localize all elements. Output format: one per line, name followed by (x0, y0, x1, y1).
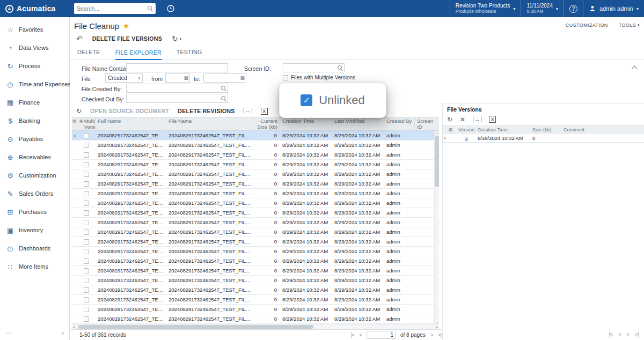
grid-settings-icon[interactable]: ▤ (72, 117, 77, 130)
col-multiple-version[interactable]: ▣Multiple Version (77, 117, 96, 130)
sidebar-item-banking[interactable]: $ Banking (0, 112, 69, 130)
sidebar-item-data-views[interactable]: ◔ Data Views (0, 39, 69, 57)
table-row[interactable]: 202408291732462547_TEST_FILE54 202408291… (72, 285, 439, 295)
favorite-star-icon[interactable]: ★ (123, 22, 129, 30)
row-checkbox[interactable] (84, 268, 89, 274)
prev-page-icon[interactable]: < (618, 331, 621, 337)
next-page-icon[interactable]: > (627, 331, 630, 337)
sidebar-item-payables[interactable]: ⊖ Payables (0, 130, 69, 148)
delete-version-icon[interactable]: ✕ (460, 116, 465, 123)
table-row[interactable]: 202408291732462547_TEST_FILE35 202408291… (72, 189, 439, 198)
delete-file-versions-button[interactable]: DELETE FILE VERSIONS (92, 35, 162, 42)
row-checkbox[interactable] (84, 258, 89, 264)
fit-width-icon[interactable]: ↔ (244, 108, 252, 114)
scroll-up-icon[interactable]: ▴ (435, 131, 440, 135)
screen-id-input[interactable] (284, 65, 338, 71)
row-checkbox[interactable] (84, 220, 89, 225)
col-file-name[interactable]: File Name (166, 117, 253, 130)
scroll-right-icon[interactable]: ▸ (436, 324, 438, 330)
sidebar-item-more-items[interactable]: ∷ More Items (0, 257, 69, 276)
table-row[interactable]: 202408291732462547_TEST_FILE3 2024082917… (72, 305, 439, 314)
sidebar-item-purchases[interactable]: ⊞ Purchases (0, 203, 69, 221)
col-creation-time[interactable]: Creation Time (280, 117, 332, 130)
customization-link[interactable]: CUSTOMIZATION (566, 23, 608, 28)
version-row[interactable]: 3 8/29/2024 10:32 AM 0 (443, 134, 644, 143)
version-link[interactable]: 3 (465, 135, 467, 141)
table-row[interactable]: 202408291732462547_TEST_FILE52 202408291… (72, 160, 439, 169)
table-row[interactable]: 202408291732462547_TEST_FILE62 202408291… (72, 218, 439, 227)
open-source-document-button[interactable]: OPEN SOURCE DOCUMENT (90, 108, 169, 114)
table-row[interactable]: 202408291732462547_TEST_FILE44 202408291… (72, 179, 439, 189)
row-checkbox[interactable] (84, 297, 89, 302)
col-created-by[interactable]: Created By (384, 117, 415, 130)
col-version-comment[interactable]: Comment (562, 127, 644, 132)
magnifier-icon[interactable] (338, 65, 343, 71)
sidebar-item-dashboards[interactable]: ◴ Dashboards (0, 239, 69, 257)
table-row[interactable]: 202408291732462547_TEST_FILE20 202408291… (72, 276, 439, 285)
sidebar-item-customization[interactable]: ⚙ Customization (0, 166, 69, 184)
undo-icon[interactable]: ↶ (76, 35, 83, 42)
row-checkbox[interactable] (84, 278, 89, 283)
collapse-filter-icon[interactable] (632, 66, 638, 71)
prev-page-icon[interactable]: < (359, 332, 362, 338)
col-version[interactable]: Version (457, 127, 476, 132)
horizontal-scroll-thumb[interactable] (78, 325, 313, 329)
scroll-left-icon[interactable]: ◂ (73, 324, 75, 330)
tab-delete[interactable]: DELETE (77, 49, 100, 60)
magnifier-icon[interactable] (221, 96, 226, 101)
row-checkbox[interactable] (84, 249, 89, 254)
page-number-input[interactable] (367, 331, 396, 339)
table-row[interactable]: 202408291732462547_TEST_FILE0 2024082917… (72, 237, 439, 247)
business-date-icon[interactable] (162, 0, 179, 17)
table-row[interactable]: 202408291732462547_TEST_FILE24 202408291… (72, 227, 439, 237)
acumatica-logo[interactable]: A Acumatica (0, 4, 70, 13)
table-row[interactable]: 202408291732462547_TEST_FILE98 202408291… (72, 295, 439, 305)
last-page-icon[interactable]: >| (438, 332, 441, 338)
tab-testing[interactable]: TESTING (177, 49, 202, 60)
row-checkbox[interactable] (84, 191, 89, 196)
files-with-multiple-versions-checkbox[interactable]: Files with Multiple Versions (283, 75, 355, 80)
row-checkbox[interactable] (84, 230, 89, 235)
last-page-icon[interactable]: >| (635, 331, 639, 337)
col-current-size[interactable]: Current Size (kb) (253, 117, 280, 130)
vertical-scrollbar[interactable]: ▴ ▾ (434, 131, 439, 324)
row-checkbox[interactable] (84, 307, 89, 312)
horizontal-scrollbar[interactable]: ◂ ▸ (72, 324, 439, 329)
row-checkbox[interactable] (84, 210, 89, 216)
user-menu[interactable]: admin admin ▾ (583, 0, 644, 17)
row-checkbox[interactable] (84, 201, 89, 206)
scroll-down-icon[interactable]: ▾ (435, 320, 440, 324)
row-checkbox[interactable] (84, 152, 89, 158)
file-date-type-select[interactable]: Created▾ (105, 73, 143, 83)
unlinked-checkbox[interactable]: ✓ (301, 94, 312, 106)
calendar-icon[interactable]: ▦ (240, 76, 245, 80)
sidebar-item-receivables[interactable]: ⊕ Receivables (0, 148, 69, 166)
row-checkbox[interactable] (84, 162, 89, 167)
sidebar-more-icon[interactable]: ⋯ (5, 329, 12, 337)
sidebar-item-time-and-expenses[interactable]: ◷ Time and Expenses (0, 75, 69, 93)
first-page-icon[interactable]: |< (351, 332, 354, 338)
checked-out-by-input[interactable] (128, 95, 221, 101)
table-row[interactable]: 202408291732462547_TEST_FILE70 202408291… (72, 266, 439, 276)
col-full-name[interactable]: Full Name (96, 117, 166, 130)
help-menu[interactable]: ? (564, 0, 583, 17)
calendar-icon[interactable]: ▦ (184, 76, 188, 80)
first-page-icon[interactable]: |< (609, 331, 612, 337)
fit-width-icon[interactable]: ↔ (473, 116, 481, 122)
table-row[interactable]: 202408291732462547_TEST_FILE90 202408291… (72, 208, 439, 218)
export-excel-icon[interactable]: X (261, 108, 268, 115)
col-version-size[interactable]: Size (kb) (531, 127, 562, 132)
table-row[interactable]: 202408291732462547_TEST_FILE19 202408291… (72, 131, 439, 141)
next-page-icon[interactable]: > (430, 332, 433, 338)
table-row[interactable]: 202408291732462547_TEST_FILE53 202408291… (72, 247, 439, 256)
search-input[interactable] (77, 5, 148, 12)
refresh-icon[interactable]: ↻▾ (172, 35, 181, 42)
sidebar-item-process[interactable]: ↻ Process (0, 57, 69, 75)
column-config-icon[interactable]: ▦ (447, 127, 457, 132)
export-excel-icon[interactable]: X (489, 116, 496, 123)
row-checkbox[interactable] (84, 316, 89, 322)
row-checkbox[interactable] (84, 172, 89, 177)
row-checkbox[interactable] (84, 143, 89, 148)
file-name-contains-input[interactable] (128, 65, 226, 71)
table-row[interactable]: 202408291732462547_TEST_FILE32 202408291… (72, 169, 439, 179)
